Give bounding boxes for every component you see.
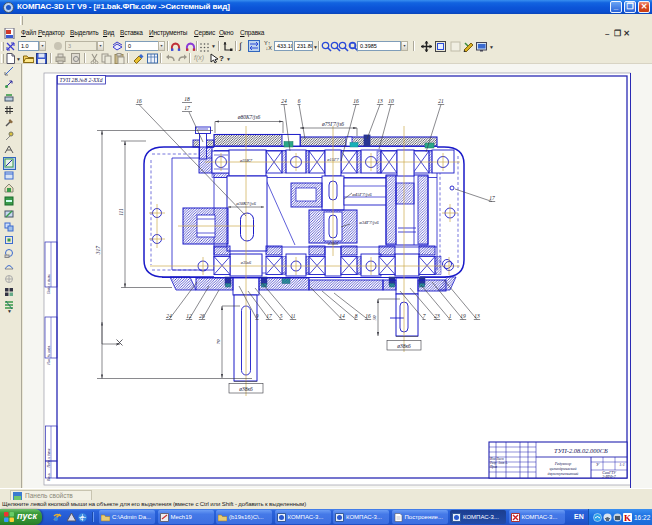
svg-text:2-ВТФ-7: 2-ВТФ-7	[602, 475, 617, 479]
svg-text:ø45Г7/js6: ø45Г7/js6	[351, 192, 372, 197]
svg-text:ø38к6: ø38к6	[396, 343, 411, 349]
svg-text:17: 17	[266, 313, 272, 319]
svg-text:111: 111	[118, 208, 124, 216]
svg-text:ø35к6: ø35к6	[240, 260, 252, 265]
svg-text:11: 11	[290, 313, 295, 319]
svg-text:K: K	[624, 513, 631, 522]
svg-text:ø34Г7/js6: ø34Г7/js6	[358, 220, 379, 225]
svg-text:ТУП 2В.№8 2-ХХd: ТУП 2В.№8 2-ХХd	[60, 77, 103, 83]
svg-text:1:1: 1:1	[619, 462, 624, 467]
svg-text:Подп. и дата: Подп. и дата	[47, 448, 51, 468]
svg-text:10: 10	[388, 98, 394, 104]
svg-text:21: 21	[438, 98, 444, 104]
svg-text:24: 24	[166, 313, 172, 319]
svg-text:ø38К7/js6: ø38К7/js6	[235, 201, 256, 206]
svg-text:ø75Г7/js6: ø75Г7/js6	[321, 121, 344, 127]
svg-text:6: 6	[298, 98, 301, 104]
svg-text:двухступенчатый: двухступенчатый	[548, 471, 579, 476]
svg-text:17: 17	[489, 195, 495, 201]
svg-text:ø35К7: ø35К7	[239, 158, 253, 163]
svg-text:e: e	[80, 514, 84, 521]
svg-text:19: 19	[460, 313, 466, 319]
svg-text:317: 317	[95, 246, 101, 256]
svg-text:ТУП-2.08.02.000СБ: ТУП-2.08.02.000СБ	[554, 447, 608, 454]
svg-text:ø15Г7: ø15Г7	[326, 157, 339, 162]
svg-text:Инв. № подл.: Инв. № подл.	[47, 345, 51, 365]
svg-text:18: 18	[184, 96, 190, 102]
svg-text:8: 8	[355, 313, 358, 319]
svg-text:Пров: Пров	[489, 465, 497, 469]
svg-text:13: 13	[377, 98, 383, 104]
svg-text:ø80К7/js6: ø80К7/js6	[237, 114, 261, 120]
svg-text:Инв.№: Инв.№	[47, 473, 51, 483]
svg-text:50: 50	[372, 315, 377, 321]
svg-text:13: 13	[474, 313, 480, 319]
svg-text:16: 16	[136, 98, 142, 104]
svg-text:Азов А.: Азов А.	[497, 461, 508, 465]
svg-text:ø34к6: ø34к6	[327, 241, 339, 246]
svg-text:16: 16	[353, 98, 359, 104]
svg-text:70: 70	[216, 339, 221, 345]
svg-text:17: 17	[184, 105, 190, 111]
svg-text:24: 24	[281, 98, 287, 104]
svg-text:23: 23	[434, 313, 440, 319]
svg-text:Подп. и дата: Подп. и дата	[47, 274, 51, 295]
svg-text:14: 14	[339, 313, 345, 319]
svg-text:ø38к6: ø38к6	[238, 386, 253, 392]
